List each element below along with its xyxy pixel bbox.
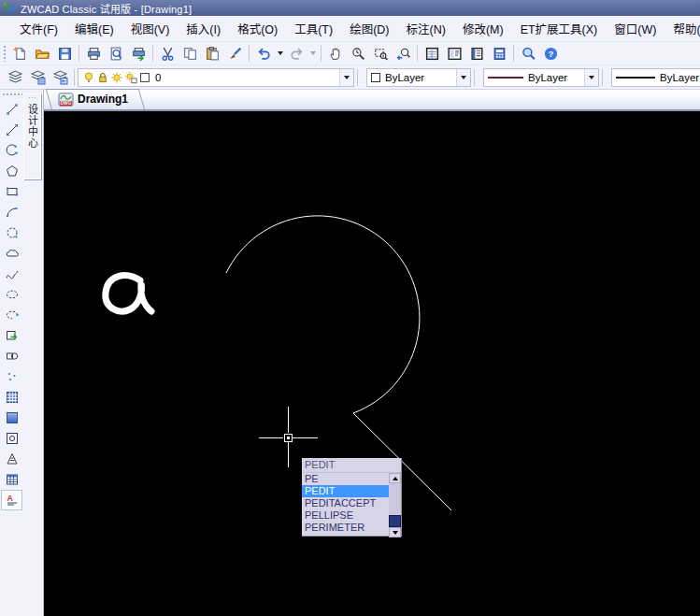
save-button[interactable] [53,43,76,64]
print-preview-icon [108,46,124,62]
dwg-file-icon: DWG [58,93,74,107]
polyline-button[interactable] [1,140,22,161]
zoom-realtime-button[interactable] [347,43,369,64]
point-button[interactable] [1,366,22,387]
chevron-down-icon [461,76,466,79]
menu-modify[interactable]: 修改(M) [454,16,512,41]
insert-block-button[interactable] [1,325,22,346]
lock-icon [96,71,109,84]
table-button[interactable] [1,469,22,490]
cut-button[interactable] [156,43,179,64]
properties-toolbar: 0 ByLayer ByLayer ByLayer [0,65,700,90]
linetype-combo-dropdown-button[interactable] [584,69,598,86]
properties-palette-button[interactable] [421,43,443,64]
scroll-down-button[interactable] [389,527,401,537]
open-button[interactable] [31,43,53,64]
document-tabstrip: DWG Drawing1 [44,90,700,111]
match-properties-button[interactable] [223,43,246,64]
tab-drawing1[interactable]: DWG Drawing1 [51,89,145,109]
rectangle-button[interactable] [1,181,22,202]
region-button[interactable] [1,428,22,449]
zoom-window-icon [373,46,389,62]
color-combo-dropdown-button[interactable] [456,69,470,86]
make-block-button[interactable] [1,346,22,366]
print-icon [86,46,102,62]
zoom-window-button[interactable] [369,43,392,64]
gradient-button[interactable] [1,408,22,428]
autocomplete-item[interactable]: PE [302,473,390,485]
ellipse-button[interactable] [1,284,22,305]
scrollbar-thumb[interactable] [389,515,401,527]
menu-file[interactable]: 文件(F) [11,16,66,41]
toolbar-separator [357,69,358,86]
menu-format[interactable]: 格式(O) [229,16,286,41]
pan-button[interactable] [324,43,347,64]
autocomplete-item[interactable]: PEDITACCEPT [302,497,390,509]
menu-express-tools[interactable]: ET扩展工具(X) [512,16,607,41]
toolbar-grip[interactable] [28,96,37,100]
copy-button[interactable] [179,43,201,64]
chevron-down-icon [589,76,594,79]
autocomplete-item[interactable]: PELLIPSE [302,509,390,522]
paste-button[interactable] [201,43,223,64]
layer-combo[interactable]: 0 [78,68,354,87]
publish-button[interactable] [127,43,150,64]
toolbar-grip[interactable] [2,93,22,97]
toolbar-grip[interactable] [2,45,7,62]
menu-draw[interactable]: 绘图(D) [341,16,397,41]
print-preview-button[interactable] [105,43,127,64]
layer-combo-dropdown-button[interactable] [339,69,353,86]
linetype-combo[interactable]: ByLayer [483,68,599,87]
autocomplete-item[interactable]: PERIMETER [302,522,390,534]
hatch-button[interactable] [1,387,22,408]
color-combo[interactable]: ByLayer [366,68,471,87]
line-button[interactable] [1,99,22,120]
menu-tools[interactable]: 工具(T) [286,16,341,41]
arc-button[interactable] [1,202,22,222]
wipeout-button[interactable] [1,449,22,469]
polygon-button[interactable] [1,161,22,181]
undo-button[interactable] [252,43,275,64]
multiline-text-button[interactable]: A [1,490,22,510]
tool-palettes-button[interactable] [465,43,488,64]
menu-view[interactable]: 视图(V) [122,16,179,41]
scroll-up-button[interactable] [389,473,401,483]
construction-line-button[interactable] [1,120,22,140]
toolbar-separator [249,45,250,62]
scrollbar-track[interactable] [389,483,401,527]
spline-button[interactable] [1,264,22,284]
wipeout-icon [5,451,20,466]
find-button[interactable] [517,43,539,64]
layer-states-manager-button[interactable] [26,67,49,88]
design-center-button[interactable] [443,43,465,64]
bulb-on-icon [82,71,95,84]
help-button[interactable]: ? [539,43,562,64]
menu-edit[interactable]: 编辑(E) [66,16,122,41]
drawing-canvas[interactable]: PEDIT PE PEDIT PEDITACCEPT PELLIPSE PERI… [44,111,700,616]
quick-calc-button[interactable] [488,43,510,64]
autocomplete-scrollbar[interactable] [389,473,401,537]
circle-button[interactable] [1,222,22,243]
revision-cloud-button[interactable] [1,243,22,264]
zoom-previous-button[interactable] [392,43,414,64]
redo-button[interactable] [285,43,307,64]
layer-properties-manager-button[interactable] [4,67,26,88]
lineweight-combo[interactable]: ByLayer [611,68,700,87]
redo-dropdown-button[interactable] [307,43,318,64]
menu-help[interactable]: 帮助(H) [664,16,700,41]
menu-insert[interactable]: 插入(I) [178,16,229,41]
menu-dimension[interactable]: 标注(N) [398,16,454,41]
autocomplete-item-selected[interactable]: PEDIT [302,485,390,497]
layer-previous-button[interactable] [49,67,71,88]
layer-properties-manager-icon [7,69,23,85]
menu-window[interactable]: 窗口(W) [606,16,664,41]
undo-dropdown-button[interactable] [275,43,285,64]
new-button[interactable] [8,43,31,64]
floating-vertical-toolbar[interactable]: 设计中心 [23,93,41,179]
zoom-previous-icon [395,46,411,62]
zwcad-window: ZWCAD Classic 试用版 - [Drawing1] DWG 文件(F)… [0,0,700,616]
titlebar[interactable]: ZWCAD Classic 试用版 - [Drawing1] [0,0,700,16]
polyline-icon [5,143,20,158]
print-button[interactable] [82,43,105,64]
ellipse-arc-button[interactable] [1,305,22,325]
